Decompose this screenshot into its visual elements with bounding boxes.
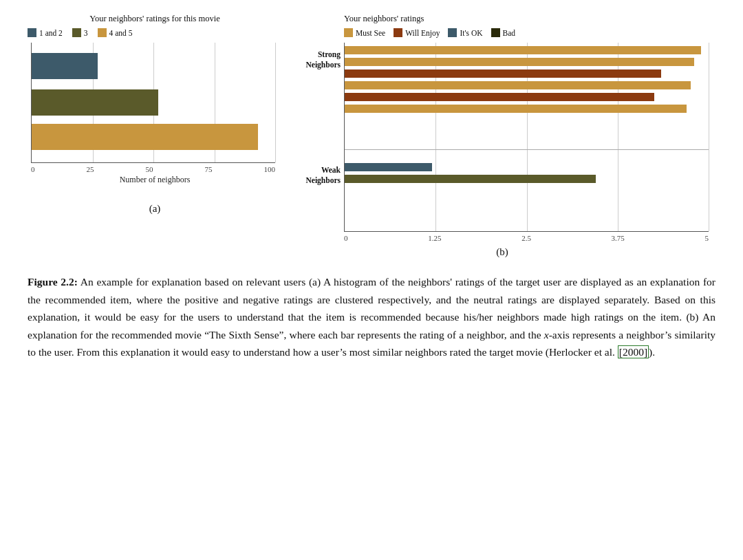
chart-b-plot [344, 43, 709, 232]
legend-item: Bad [491, 28, 516, 37]
bar [345, 69, 661, 78]
x-tick: 0 [344, 234, 348, 242]
citation: [2000] [618, 345, 649, 358]
bar [345, 105, 687, 113]
figure-caption: Figure 2.2: An example for explanation b… [28, 273, 715, 361]
bar [32, 124, 258, 150]
chart-b-legend: Must SeeWill EnjoyIt's OKBad [344, 28, 715, 37]
caption-italic-x: x [544, 329, 549, 341]
chart-a-plot [31, 43, 275, 163]
chart-a-container: Your neighbors' ratings for this movie 1… [28, 14, 282, 217]
legend-item: Must See [344, 28, 385, 37]
x-tick: 1.25 [428, 234, 441, 242]
x-tick: 50 [146, 165, 153, 173]
bar [345, 81, 691, 89]
chart-a-caption: (a) [28, 203, 282, 215]
legend-item: 4 and 5 [98, 28, 133, 37]
y-label-weak: WeakNeighbors [289, 165, 341, 186]
chart-b-container: Your neighbors' ratings Must SeeWill Enj… [289, 14, 715, 261]
chart-a-x-label: Number of neighbors [28, 175, 282, 185]
chart-a-title: Your neighbors' ratings for this movie [28, 14, 282, 24]
chart-b-caption: (b) [289, 246, 715, 258]
separator-line [345, 149, 709, 150]
bar [32, 89, 158, 116]
x-tick: 3.75 [612, 234, 625, 242]
y-label-strong: StrongNeighbors [289, 50, 341, 70]
caption-text3: ). [649, 346, 655, 358]
chart-a-grid: 0255075100 Number of neighbors [28, 43, 282, 199]
x-tick: 5 [705, 234, 709, 242]
chart-a-legend: 1 and 234 and 5 [28, 28, 282, 37]
figure-label: Figure 2.2: [28, 276, 78, 288]
x-tick: 0 [31, 165, 35, 173]
bar [345, 163, 432, 171]
x-tick: 2.5 [521, 234, 531, 242]
legend-item: It's OK [448, 28, 482, 37]
x-tick: 75 [205, 165, 213, 173]
chart-b-title: Your neighbors' ratings [344, 14, 715, 24]
bar [32, 53, 98, 79]
legend-item: 3 [72, 28, 88, 37]
chart-b-x-axis: 01.252.53.755 [344, 234, 709, 242]
bar [345, 175, 596, 183]
legend-item: Will Enjoy [394, 28, 440, 37]
x-tick: 25 [87, 165, 94, 173]
chart-a-x-axis: 0255075100 [31, 165, 275, 173]
chart-b-wrap: StrongNeighbors WeakNeighbors [289, 43, 715, 232]
bar [345, 93, 654, 101]
bar [345, 58, 694, 66]
x-tick: 100 [264, 165, 276, 173]
legend-item: 1 and 2 [28, 28, 63, 37]
figures-row: Your neighbors' ratings for this movie 1… [28, 14, 715, 261]
bar [345, 46, 701, 54]
